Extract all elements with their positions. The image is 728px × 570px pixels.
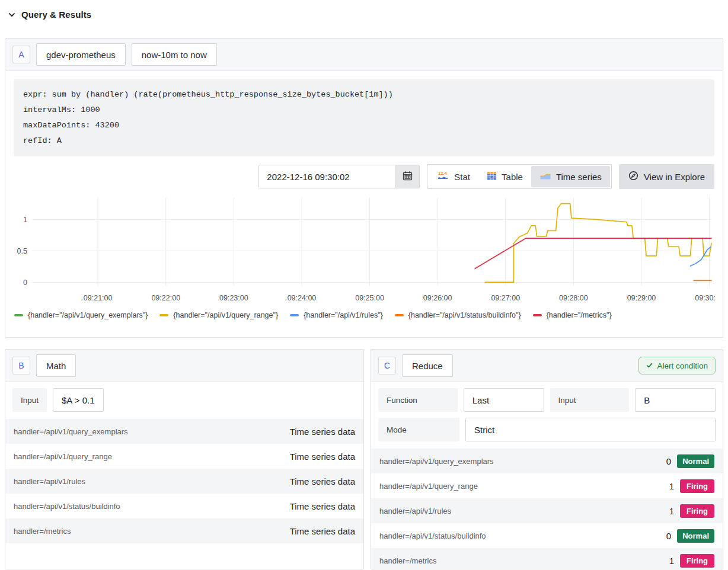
panel-a-header: A gdev-prometheus now-10m to now — [5, 39, 723, 71]
row-label: handler=/metrics — [379, 556, 436, 565]
table-row: handler=/metrics1Firing — [371, 548, 723, 569]
state-badge: Normal — [677, 529, 714, 543]
row-value: 1 — [669, 506, 674, 516]
row-label: handler=/api/v1/rules — [379, 507, 451, 515]
ref-badge-b: B — [12, 357, 30, 374]
calendar-button[interactable] — [396, 165, 420, 188]
ref-badge-a: A — [12, 46, 30, 63]
legend-label: {handler="/api/v1/query_range"} — [173, 311, 278, 319]
row-label: handler=/api/v1/query_range — [14, 452, 112, 461]
table-row: handler=/api/v1/status/buildinfoTime ser… — [5, 494, 363, 518]
legend-swatch — [159, 314, 168, 316]
ref-badge-c: C — [378, 357, 396, 374]
compass-icon — [628, 171, 638, 182]
row-result: 0Normal — [666, 529, 714, 543]
svg-text:0: 0 — [23, 278, 27, 287]
row-result: 0Normal — [666, 454, 714, 468]
query-panel-a: A gdev-prometheus now-10m to now expr: s… — [5, 38, 723, 338]
tab-table[interactable]: Table — [478, 166, 531, 187]
datetime-input[interactable]: 2022-12-16 09:30:02 — [258, 165, 396, 188]
legend-swatch — [533, 314, 542, 316]
timeseries-chart: 00.5109:21:0009:22:0009:23:0009:24:0009:… — [14, 191, 714, 310]
section-title: Query & Results — [21, 9, 91, 20]
legend-label: {handler="/api/v1/status/buildinfo"} — [408, 311, 521, 319]
row-type: Time series data — [290, 427, 355, 437]
table-row: handler=/metricsTime series data — [5, 518, 363, 543]
mode-select[interactable]: Strict — [465, 418, 716, 441]
function-select[interactable]: Last — [464, 388, 544, 412]
math-expression-input[interactable]: $A > 0.1 — [53, 388, 103, 412]
reduce-input-label: Input — [550, 388, 630, 412]
svg-text:09:27:00: 09:27:00 — [491, 294, 520, 302]
legend-item[interactable]: {handler="/api/v1/rules"} — [290, 311, 383, 319]
svg-text:09:25:00: 09:25:00 — [355, 294, 384, 302]
row-value: 1 — [669, 481, 674, 491]
row-label: handler=/api/v1/status/buildinfo — [14, 502, 120, 511]
expression-panel-b: B Math Input $A > 0.1 handler=/api/v1/qu… — [5, 349, 364, 569]
view-mode-switcher: 12.4 Stat Table Time series — [427, 164, 612, 189]
row-value: 1 — [669, 556, 674, 566]
row-result: 1Firing — [669, 554, 714, 568]
alert-condition-badge: Alert condition — [638, 357, 716, 374]
reduce-input-select[interactable]: B — [635, 388, 716, 412]
legend-label: {handler="/metrics"} — [547, 311, 612, 319]
state-badge: Firing — [680, 504, 714, 518]
legend-swatch — [14, 314, 23, 316]
row-result: 1Firing — [669, 504, 714, 518]
tab-stat[interactable]: 12.4 Stat — [429, 166, 478, 187]
svg-text:09:21:00: 09:21:00 — [84, 294, 113, 302]
legend-swatch — [395, 314, 404, 316]
datetime-picker: 2022-12-16 09:30:02 — [258, 165, 420, 188]
operation-button-reduce[interactable]: Reduce — [402, 354, 453, 377]
row-label: handler=/api/v1/query_exemplars — [14, 427, 128, 436]
page: Query & Results A gdev-prometheus now-10… — [0, 0, 728, 570]
svg-text:09:28:00: 09:28:00 — [559, 294, 588, 302]
table-row: handler=/api/v1/query_exemplars0Normal — [371, 449, 723, 473]
mode-label: Mode — [378, 418, 459, 441]
legend-label: {handler="/api/v1/rules"} — [304, 311, 383, 319]
table-row: handler=/api/v1/status/buildinfo0Normal — [371, 523, 723, 548]
table-row: handler=/api/v1/query_range1Firing — [371, 473, 723, 498]
alert-condition-label: Alert condition — [657, 361, 708, 370]
chevron-down-icon — [8, 11, 15, 18]
panel-b-fields: Input $A > 0.1 — [5, 382, 363, 412]
table-row: handler=/api/v1/rulesTime series data — [5, 469, 363, 494]
datasource-button[interactable]: gdev-prometheus — [36, 43, 126, 66]
chart-legend: {handler="/api/v1/query_exemplars"}{hand… — [14, 311, 637, 319]
legend-item[interactable]: {handler="/api/v1/status/buildinfo"} — [395, 311, 521, 319]
state-badge: Firing — [680, 554, 714, 568]
operation-button-math[interactable]: Math — [36, 354, 76, 377]
row-label: handler=/api/v1/query_range — [379, 482, 478, 491]
stat-icon: 12.4 — [437, 171, 449, 182]
query-expression: expr: sum by (handler) (rate(prometheus_… — [14, 79, 714, 156]
row-label: handler=/api/v1/rules — [14, 477, 85, 486]
legend-item[interactable]: {handler="/api/v1/query_range"} — [159, 311, 278, 319]
check-icon — [646, 361, 653, 370]
section-header[interactable]: Query & Results — [0, 0, 728, 27]
row-type: Time series data — [290, 451, 355, 462]
calendar-icon — [403, 171, 413, 183]
svg-text:09:22:00: 09:22:00 — [151, 294, 180, 302]
row-value: 0 — [666, 531, 671, 541]
legend-item[interactable]: {handler="/metrics"} — [533, 311, 612, 319]
legend-item[interactable]: {handler="/api/v1/query_exemplars"} — [14, 311, 148, 319]
tab-time-series[interactable]: Time series — [531, 166, 610, 187]
chart-canvas: 00.5109:21:0009:22:0009:23:0009:24:0009:… — [14, 191, 715, 308]
timeseries-icon — [539, 171, 551, 182]
svg-text:1: 1 — [23, 216, 27, 224]
table-row: handler=/api/v1/query_rangeTime series d… — [5, 444, 363, 469]
row-type: Time series data — [290, 526, 355, 536]
row-result: 1Firing — [669, 479, 714, 493]
row-label: handler=/metrics — [14, 527, 71, 536]
function-label: Function — [378, 388, 458, 412]
panel-c-fields-row2: Mode Strict — [371, 412, 723, 441]
row-type: Time series data — [290, 476, 355, 486]
view-in-explore-button[interactable]: View in Explore — [619, 164, 714, 189]
state-badge: Normal — [677, 454, 714, 468]
timerange-button[interactable]: now-10m to now — [132, 43, 217, 66]
svg-text:0.5: 0.5 — [17, 247, 27, 255]
svg-text:09:30:00: 09:30:00 — [695, 294, 715, 302]
tab-stat-label: Stat — [454, 172, 470, 182]
legend-swatch — [290, 314, 299, 316]
view-in-explore-label: View in Explore — [644, 172, 705, 182]
